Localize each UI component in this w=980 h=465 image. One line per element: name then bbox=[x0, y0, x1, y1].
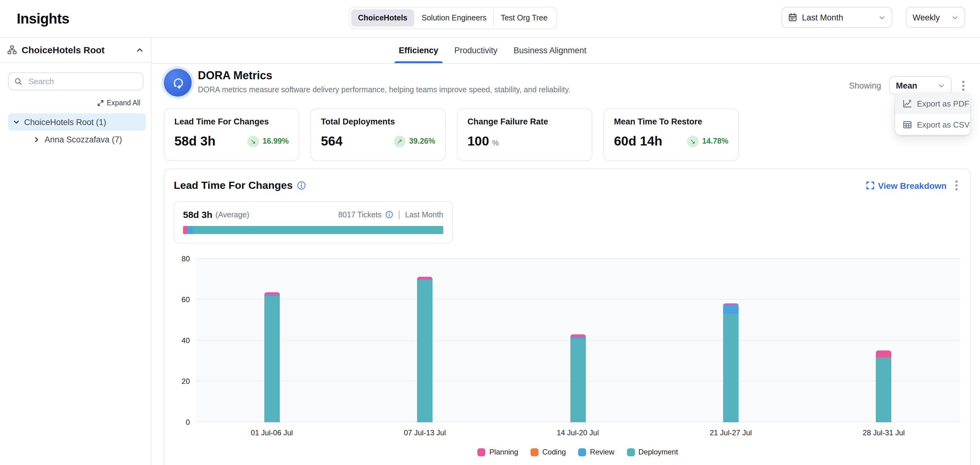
menu-item-export-as-pdf[interactable]: Export as PDF bbox=[895, 93, 970, 114]
trend-percent: 39.26% bbox=[409, 137, 435, 145]
x-axis-label: 07 Jul-13 Jul bbox=[404, 428, 446, 437]
expand-all-label: Expand All bbox=[107, 99, 140, 107]
metric-card-row: Lead Time For Changes58d 3h↘16.99%Total … bbox=[164, 109, 739, 161]
line-chart-icon bbox=[903, 99, 912, 108]
search-icon bbox=[14, 77, 22, 85]
org-tab-test-org-tree[interactable]: Test Org Tree bbox=[493, 9, 554, 27]
legend-item-review[interactable]: Review bbox=[578, 447, 614, 456]
chart-card-title-group: Lead Time For Changes bbox=[174, 179, 306, 192]
top-header: Insights ChoiceHotelsSolution EngineersT… bbox=[0, 0, 980, 38]
view-breakdown-button[interactable]: View Breakdown bbox=[866, 181, 947, 190]
metric-card-title: Total Deployments bbox=[321, 117, 435, 126]
tree-item-choicehotels-root-1[interactable]: ChoiceHotels Root (1) bbox=[8, 113, 146, 131]
x-axis-label: 01 Jul-06 Jul bbox=[251, 428, 293, 437]
date-range-select[interactable]: Last Month bbox=[781, 7, 892, 28]
legend-swatch bbox=[578, 448, 586, 456]
metric-card-mean-time-to-restore: Mean Time To Restore60d 14h↘14.78% bbox=[603, 109, 739, 161]
dora-kebab-menu-icon[interactable] bbox=[959, 79, 967, 92]
bar-14-jul-20-jul[interactable] bbox=[570, 334, 585, 422]
tree-item-label: Anna Scozzafava (7) bbox=[45, 135, 122, 144]
chart-kebab-menu-icon[interactable] bbox=[953, 179, 960, 192]
summary-value: 58d 3h bbox=[183, 209, 212, 220]
summary-meta: 8017 Tickets Last Month bbox=[338, 210, 443, 219]
org-tree: ChoiceHotels Root (1)Anna Scozzafava (7) bbox=[0, 113, 151, 148]
table-icon bbox=[903, 120, 912, 129]
trend-percent: 16.99% bbox=[262, 137, 289, 145]
summary-segment-planning bbox=[183, 226, 187, 234]
section-tabbar: EfficiencyProductivityBusiness Alignment bbox=[151, 38, 980, 64]
info-icon[interactable] bbox=[385, 211, 393, 219]
org-tab-choicehotels[interactable]: ChoiceHotels bbox=[351, 9, 414, 27]
metric-card-value-row: 60d 14h↘14.78% bbox=[614, 134, 729, 149]
gridline bbox=[196, 299, 960, 300]
bar-21-jul-27-jul[interactable] bbox=[723, 304, 738, 422]
trend-badge: ↘14.78% bbox=[687, 135, 729, 147]
trend-badge: ↗39.26% bbox=[393, 135, 435, 147]
metric-card-lead-time-for-changes: Lead Time For Changes58d 3h↘16.99% bbox=[164, 109, 299, 161]
expand-all-icon bbox=[97, 99, 103, 106]
legend-item-planning[interactable]: Planning bbox=[477, 447, 518, 456]
org-tree-icon bbox=[8, 45, 17, 54]
export-menu: Export as PDFExport as CSV bbox=[895, 93, 970, 135]
summary-stacked-bar bbox=[183, 226, 443, 234]
bar-segment-deployment bbox=[723, 314, 738, 422]
tab-productivity[interactable]: Productivity bbox=[453, 38, 500, 63]
legend-swatch bbox=[477, 448, 486, 456]
bar-segment-review bbox=[570, 337, 585, 339]
main-content: EfficiencyProductivityBusiness Alignment… bbox=[151, 38, 980, 465]
y-axis-tick: 80 bbox=[181, 254, 190, 263]
search-input[interactable] bbox=[27, 76, 137, 87]
legend-swatch bbox=[530, 448, 539, 456]
metric-card-value-row: 564↗39.26% bbox=[321, 134, 435, 149]
dora-title: DORA Metrics bbox=[198, 69, 570, 82]
search-box[interactable] bbox=[8, 72, 143, 90]
legend-label: Planning bbox=[489, 447, 518, 456]
tab-efficiency[interactable]: Efficiency bbox=[397, 38, 440, 63]
granularity-select[interactable]: Weekly bbox=[906, 7, 965, 28]
bar-segment-deployment bbox=[876, 358, 892, 422]
chevron-down-icon[interactable] bbox=[13, 118, 20, 125]
legend-item-coding[interactable]: Coding bbox=[530, 447, 566, 456]
menu-item-export-as-csv[interactable]: Export as CSV bbox=[895, 114, 970, 135]
bar-01-jul-06-jul[interactable] bbox=[264, 292, 280, 422]
bar-segment-deployment bbox=[570, 340, 585, 422]
metric-card-title: Lead Time For Changes bbox=[174, 117, 289, 126]
legend-item-deployment[interactable]: Deployment bbox=[627, 447, 678, 456]
tab-business-alignment[interactable]: Business Alignment bbox=[512, 38, 588, 63]
showing-select[interactable]: Mean bbox=[889, 76, 951, 95]
gridline bbox=[196, 258, 960, 259]
tree-item-anna-scozzafava-7[interactable]: Anna Scozzafava (7) bbox=[8, 131, 146, 148]
metric-card-unit: % bbox=[492, 139, 499, 147]
sidebar-collapse-chevron-up-icon[interactable] bbox=[136, 46, 143, 54]
showing-label: Showing bbox=[849, 81, 881, 90]
bar-segment-planning bbox=[570, 334, 585, 337]
expand-corners-icon bbox=[866, 181, 874, 190]
tree-item-label: ChoiceHotels Root (1) bbox=[24, 117, 107, 126]
insights-page: Insights ChoiceHotelsSolution EngineersT… bbox=[0, 0, 980, 465]
sidebar-header: ChoiceHotels Root bbox=[0, 38, 151, 62]
y-axis-tick: 0 bbox=[186, 418, 190, 427]
bar-28-jul-31-jul[interactable] bbox=[876, 350, 892, 422]
metric-card-value: 564 bbox=[321, 134, 342, 149]
bar-segment-planning bbox=[876, 350, 892, 357]
dora-header: DORA Metrics DORA metrics measure softwa… bbox=[164, 68, 570, 97]
metric-card-value-row: 58d 3h↘16.99% bbox=[174, 134, 289, 149]
metric-card-value: 60d 14h bbox=[614, 134, 662, 149]
expand-all-button[interactable]: Expand All bbox=[0, 99, 151, 107]
info-icon[interactable] bbox=[297, 181, 306, 190]
chevron-right-icon[interactable] bbox=[33, 136, 40, 143]
x-axis-label: 14 Jul-20 Jul bbox=[557, 428, 599, 437]
org-tab-list: ChoiceHotelsSolution EngineersTest Org T… bbox=[349, 7, 557, 29]
y-axis-tick: 60 bbox=[181, 296, 190, 304]
trend-up-icon: ↗ bbox=[393, 135, 405, 147]
metric-card-value-row: 100% bbox=[468, 134, 582, 149]
legend-label: Deployment bbox=[638, 447, 678, 456]
x-axis-label: 21 Jul-27 Jul bbox=[710, 428, 752, 437]
org-tab-solution-engineers[interactable]: Solution Engineers bbox=[414, 9, 493, 27]
chart-card-actions: View Breakdown bbox=[866, 179, 960, 192]
legend-label: Review bbox=[590, 447, 614, 456]
summary-segment-deployment bbox=[193, 226, 443, 234]
bar-07-jul-13-jul[interactable] bbox=[417, 277, 433, 422]
trend-percent: 14.78% bbox=[702, 137, 729, 145]
x-axis-label: 28 Jul-31 Jul bbox=[863, 428, 905, 437]
